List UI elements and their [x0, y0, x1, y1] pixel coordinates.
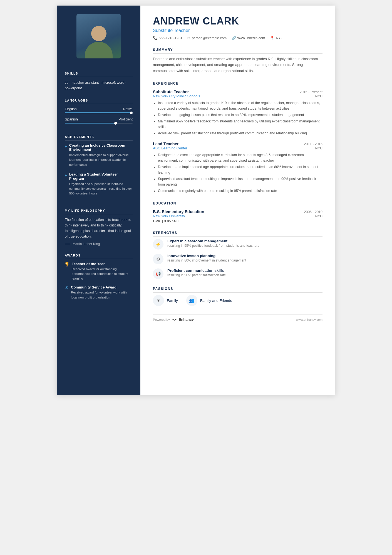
award-content-0: Teacher of the Year Received award for o… — [72, 262, 133, 281]
language-level-spanish: Proficient — [119, 117, 133, 121]
link-icon: 🔗 — [232, 36, 236, 40]
strength-item-1: ⚙ Innovative lesson planning resulting i… — [153, 254, 322, 264]
exp-bullet-0-0: Instructed a variety of subjects to grad… — [158, 100, 322, 111]
philosophy-author-name: Martin Luther King — [73, 242, 100, 246]
exp-bullet-1-3: Communicated regularly with parents resu… — [158, 188, 322, 194]
awards-title: AWARDS — [65, 254, 133, 259]
exp-job-title-1: Lead Teacher — [153, 142, 178, 146]
achievement-item-0: ♦ Creating an Inclusive Classroom Enviro… — [65, 143, 133, 167]
exp-bullet-1-0: Designed and executed age-appropriate cu… — [158, 152, 322, 163]
footer-website: www.enhancv.com — [296, 318, 322, 321]
edu-item-0: B.S. Elementary Education 2006 - 2010 Ne… — [153, 209, 322, 223]
achievement-title-0: Creating an Inclusive Classroom Environm… — [69, 143, 133, 152]
strength-item-0: ⚡ Expert in classroom management resulti… — [153, 239, 322, 250]
passions-section: PASSIONS ♥ Family 👥 Family and Friends — [153, 287, 322, 306]
sidebar: SKILLS cpr · teacher assistant · microso… — [57, 6, 140, 395]
exp-bullets-0: Instructed a variety of subjects to grad… — [153, 100, 322, 136]
edu-degree-0: B.S. Elementary Education — [153, 209, 204, 214]
phone-icon: 📞 — [153, 36, 157, 40]
exp-company-0: New York City Public Schools — [153, 94, 200, 98]
candidate-title: Substitute Teacher — [153, 28, 322, 33]
award-icon-1: 🎗 — [65, 285, 69, 290]
exp-company-1: ABC Learning Center — [153, 146, 187, 150]
language-level-english: Native — [123, 107, 133, 111]
language-item-english: English Native — [65, 107, 133, 113]
language-item-spanish: Spanish Proficient — [65, 117, 133, 124]
languages-title: LANGUAGES — [65, 99, 133, 104]
awards-section: AWARDS 🏆 Teacher of the Year Received aw… — [57, 249, 140, 307]
strength-icon-1: ⚙ — [153, 254, 163, 264]
exp-location-1: NYC — [315, 146, 322, 150]
summary-section: SUMMARY Energetic and enthusiastic subst… — [153, 48, 322, 74]
experience-section: EXPERIENCE Substitute Teacher 2015 - Pre… — [153, 82, 322, 194]
exp-bullet-0-3: Achieved 90% parent satisfaction rate th… — [158, 130, 322, 136]
experience-section-title: EXPERIENCE — [153, 82, 322, 87]
philosophy-section: MY LIFE PHILOSOPHY The function of educa… — [57, 204, 140, 249]
summary-section-title: SUMMARY — [153, 48, 322, 54]
exp-dates-1: 2011 - 2015 — [304, 142, 322, 146]
philosophy-title: MY LIFE PHILOSOPHY — [65, 209, 133, 214]
achievements-title: ACHIEVEMENTS — [65, 135, 133, 140]
exp-item-1: Lead Teacher 2011 - 2015 ABC Learning Ce… — [153, 142, 322, 194]
philosophy-author: Martin Luther King — [65, 242, 133, 246]
contact-phone: 📞 555-1213-1231 — [153, 36, 182, 40]
languages-section: LANGUAGES English Native Spanish Profici… — [57, 94, 140, 130]
exp-bullet-1-1: Developed and implemented age-appropriat… — [158, 164, 322, 175]
achievement-title-1: Leading a Student Volunteer Program — [69, 172, 133, 181]
exp-bullet-0-1: Developed engaging lesson plans that res… — [158, 112, 322, 118]
main-content: ANDREW CLARK Substitute Teacher 📞 555-12… — [140, 6, 335, 395]
philosophy-author-line — [65, 244, 70, 244]
passions-section-title: PASSIONS — [153, 287, 322, 293]
powered-by-text: Powered by — [153, 318, 170, 321]
photo-placeholder — [76, 14, 121, 58]
location-text: NYC — [276, 36, 283, 40]
skills-title: SKILLS — [65, 72, 133, 77]
gpa-label: GPA — [153, 219, 160, 223]
resume-wrapper: SKILLS cpr · teacher assistant · microso… — [57, 6, 335, 395]
passion-item-0: ♥ Family — [153, 295, 178, 306]
award-desc-1: Received award for volunteer work with l… — [71, 290, 133, 300]
language-name-english: English — [65, 107, 77, 111]
strength-icon-2: 📢 — [153, 268, 163, 279]
main-header: ANDREW CLARK Substitute Teacher 📞 555-12… — [153, 15, 322, 40]
website-url: www.linkedin.com — [237, 36, 265, 40]
enhancv-logo-icon — [172, 318, 177, 322]
strength-content-0: Expert in classroom management resulting… — [167, 239, 259, 248]
gpa-value: 3.85 — [164, 219, 171, 223]
edu-location-0: NYC — [315, 214, 322, 218]
achievement-content-1: Leading a Student Volunteer Program Orga… — [69, 172, 133, 196]
exp-header-0: Substitute Teacher 2015 - Present — [153, 90, 322, 94]
language-bar-fill-spanish — [65, 123, 116, 124]
language-bar-bg-spanish — [65, 123, 133, 124]
footer-right: www.enhancv.com — [296, 318, 322, 321]
exp-bullets-1: Designed and executed age-appropriate cu… — [153, 152, 322, 194]
award-title-0: Teacher of the Year — [72, 262, 133, 266]
achievements-section: ACHIEVEMENTS ♦ Creating an Inclusive Cla… — [57, 130, 140, 204]
exp-bullet-1-2: Supervised assistant teacher resulting i… — [158, 176, 322, 187]
edu-header-0: B.S. Elementary Education 2006 - 2010 — [153, 209, 322, 214]
passions-row: ♥ Family 👥 Family and Friends — [153, 295, 322, 306]
strength-title-1: Innovative lesson planning — [167, 254, 246, 258]
person-body — [85, 42, 113, 58]
person-head — [91, 26, 106, 41]
language-bar-bg-english — [65, 112, 133, 113]
strength-desc-2: resulting in 90% parent satisfaction rat… — [167, 273, 226, 277]
edu-gpa-0: GPA | 3.85 / 4.0 — [153, 219, 322, 223]
phone-number: 555-1213-1231 — [159, 36, 182, 40]
achievement-content-0: Creating an Inclusive Classroom Environm… — [69, 143, 133, 167]
skills-section: SKILLS cpr · teacher assistant · microso… — [57, 67, 140, 94]
achievement-icon-1: ♦ — [65, 173, 67, 177]
edu-dates-0: 2006 - 2010 — [304, 210, 322, 214]
award-item-1: 🎗 Community Service Award: Received awar… — [65, 285, 133, 300]
footer-left: Powered by Enhancv — [153, 317, 194, 322]
candidate-name: ANDREW CLARK — [153, 15, 322, 27]
education-section-title: EDUCATION — [153, 201, 322, 207]
footer-brand: Enhancv — [179, 317, 194, 322]
exp-company-row-0: New York City Public Schools NYC — [153, 94, 322, 98]
gpa-max: 4.0 — [174, 219, 178, 223]
passion-icon-1: 👥 — [186, 295, 197, 306]
strength-desc-1: resulting in 80% improvement in student … — [167, 258, 246, 262]
exp-location-0: NYC — [315, 94, 322, 98]
contact-website: 🔗 www.linkedin.com — [232, 36, 265, 40]
strength-content-1: Innovative lesson planning resulting in … — [167, 254, 246, 262]
